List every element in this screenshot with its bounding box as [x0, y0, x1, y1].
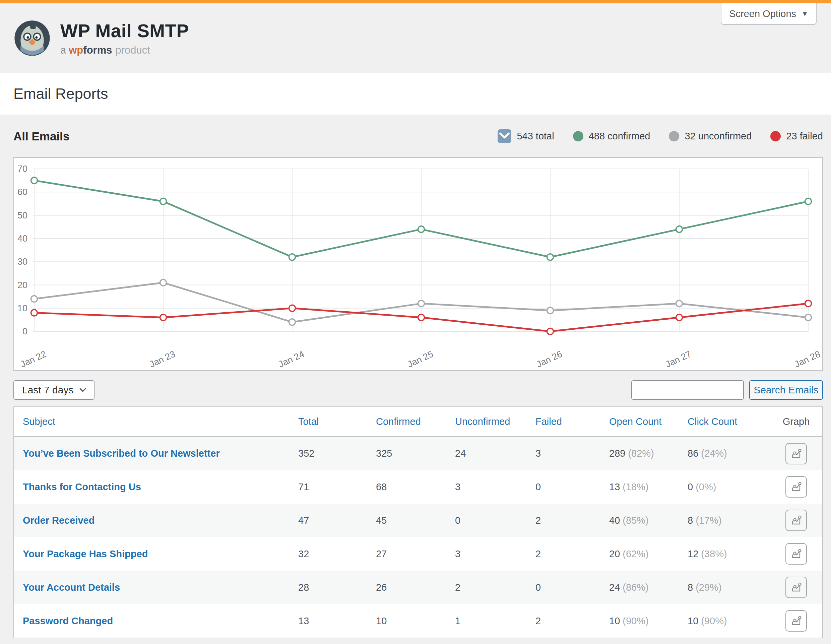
click-percentage: (24%) [701, 448, 727, 459]
legend-label-failed: 23 failed [786, 131, 823, 142]
search-group: Search Emails [631, 380, 823, 400]
email-reports-table: Subject Total Confirmed Unconfirmed Fail… [14, 407, 822, 638]
table-controls: Last 7 days Search Emails [13, 380, 823, 400]
chart-marker-confirmed[interactable] [418, 226, 425, 232]
open-percentage: (90%) [622, 615, 648, 626]
cell-confirmed: 27 [369, 537, 448, 571]
chart-legend: 543 total488 confirmed32 unconfirmed23 f… [498, 129, 823, 143]
row-graph-button[interactable] [785, 610, 807, 631]
email-subject-link[interactable]: Thanks for Contacting Us [23, 482, 141, 492]
email-subject-link[interactable]: You’ve Been Subscribed to Our Newsletter [23, 448, 220, 459]
chart-marker-confirmed[interactable] [289, 254, 296, 260]
cell-confirmed: 68 [369, 470, 448, 504]
email-subject-link[interactable]: Password Changed [23, 615, 113, 626]
search-input[interactable] [631, 380, 744, 400]
legend-item-unconfirmed: 32 unconfirmed [669, 131, 751, 142]
column-header-open-count[interactable]: Open Count [602, 407, 681, 437]
cell-total: 352 [291, 437, 369, 470]
screen-options-label: Screen Options [729, 8, 796, 19]
svg-text:30: 30 [18, 257, 27, 267]
cell-click-count: 0 (0%) [681, 470, 770, 504]
legend-item-total: 543 total [498, 129, 554, 143]
row-graph-button[interactable] [785, 476, 807, 498]
cell-failed: 2 [529, 537, 602, 571]
search-emails-button[interactable]: Search Emails [749, 380, 823, 400]
cell-open-count: 24 (86%) [602, 571, 681, 604]
chart-marker-failed[interactable] [31, 310, 38, 316]
chart-marker-confirmed[interactable] [31, 177, 38, 184]
column-header-graph: Graph [770, 407, 822, 437]
open-percentage: (18%) [622, 482, 648, 492]
cell-subject: Order Received [14, 504, 291, 537]
chart-marker-unconfirmed[interactable] [160, 280, 167, 286]
legend-label-unconfirmed: 32 unconfirmed [685, 131, 751, 142]
chart-marker-failed[interactable] [160, 314, 167, 321]
cell-click-count: 8 (29%) [681, 571, 770, 604]
chart-marker-confirmed[interactable] [547, 254, 554, 260]
chart-marker-confirmed[interactable] [676, 226, 683, 232]
x-axis-label: Jan 23 [148, 349, 177, 369]
click-percentage: (0%) [696, 482, 716, 492]
cell-unconfirmed: 0 [448, 504, 529, 537]
screen-options-button[interactable]: Screen Options ▼ [721, 3, 817, 25]
chart-marker-unconfirmed[interactable] [547, 307, 554, 313]
chart-marker-failed[interactable] [289, 305, 296, 311]
cell-subject: You’ve Been Subscribed to Our Newsletter [14, 437, 291, 470]
mini-graph-icon [790, 448, 802, 460]
mini-graph-icon [790, 581, 802, 593]
column-header-confirmed[interactable]: Confirmed [369, 407, 448, 437]
email-subject-link[interactable]: Your Package Has Shipped [23, 549, 148, 559]
svg-text:60: 60 [18, 187, 27, 197]
table-row: Your Package Has Shipped32273220 (62%)12… [14, 537, 822, 571]
row-graph-button[interactable] [785, 510, 807, 531]
cell-total: 13 [291, 604, 369, 638]
column-header-click-count[interactable]: Click Count [681, 407, 770, 437]
row-graph-button[interactable] [785, 443, 807, 464]
email-subject-link[interactable]: Your Account Details [23, 582, 120, 593]
chart-marker-unconfirmed[interactable] [289, 319, 296, 325]
cell-subject: Thanks for Contacting Us [14, 470, 291, 504]
dropdown-arrow-icon: ▼ [802, 10, 808, 18]
cell-unconfirmed: 2 [448, 571, 529, 604]
row-graph-button[interactable] [785, 577, 807, 598]
email-subject-link[interactable]: Order Received [23, 515, 94, 526]
row-graph-button[interactable] [785, 543, 807, 564]
cell-failed: 3 [529, 437, 602, 470]
cell-total: 71 [291, 470, 369, 504]
cell-confirmed: 26 [369, 571, 448, 604]
chart-marker-failed[interactable] [418, 314, 425, 321]
plugin-header: WP Mail SMTP awpformsproduct [0, 3, 831, 73]
svg-text:50: 50 [18, 210, 27, 221]
legend-label-confirmed: 488 confirmed [589, 131, 650, 142]
column-header-subject[interactable]: Subject [14, 407, 291, 437]
mini-graph-icon [790, 481, 802, 493]
mini-graph-icon [790, 548, 802, 560]
column-header-total[interactable]: Total [291, 407, 369, 437]
chart-marker-failed[interactable] [805, 300, 812, 307]
svg-text:0: 0 [22, 326, 27, 336]
cell-confirmed: 45 [369, 504, 448, 537]
emails-chart-card: 010203040506070Jan 22Jan 23Jan 24Jan 25J… [13, 157, 823, 371]
cell-subject: Your Account Details [14, 571, 291, 604]
date-range-select[interactable]: Last 7 days [13, 380, 94, 400]
chart-marker-unconfirmed[interactable] [418, 300, 425, 307]
chart-marker-unconfirmed[interactable] [805, 314, 812, 321]
cell-graph [770, 504, 822, 537]
cell-open-count: 40 (85%) [602, 504, 681, 537]
x-axis-label: Jan 26 [535, 349, 564, 369]
x-axis-label: Jan 25 [406, 349, 435, 369]
chart-marker-unconfirmed[interactable] [676, 300, 683, 307]
cell-total: 28 [291, 571, 369, 604]
cell-failed: 2 [529, 604, 602, 638]
column-header-unconfirmed[interactable]: Unconfirmed [448, 407, 529, 437]
chart-marker-failed[interactable] [547, 328, 554, 335]
chart-marker-failed[interactable] [676, 314, 683, 321]
chart-marker-confirmed[interactable] [160, 198, 167, 205]
column-header-failed[interactable]: Failed [529, 407, 602, 437]
chart-marker-confirmed[interactable] [805, 198, 812, 205]
cell-open-count: 20 (62%) [602, 537, 681, 571]
chart-marker-unconfirmed[interactable] [31, 296, 38, 302]
svg-text:10: 10 [18, 303, 27, 313]
email-reports-table-card: Subject Total Confirmed Unconfirmed Fail… [13, 406, 823, 638]
emails-line-chart: 010203040506070Jan 22Jan 23Jan 24Jan 25J… [14, 158, 822, 370]
